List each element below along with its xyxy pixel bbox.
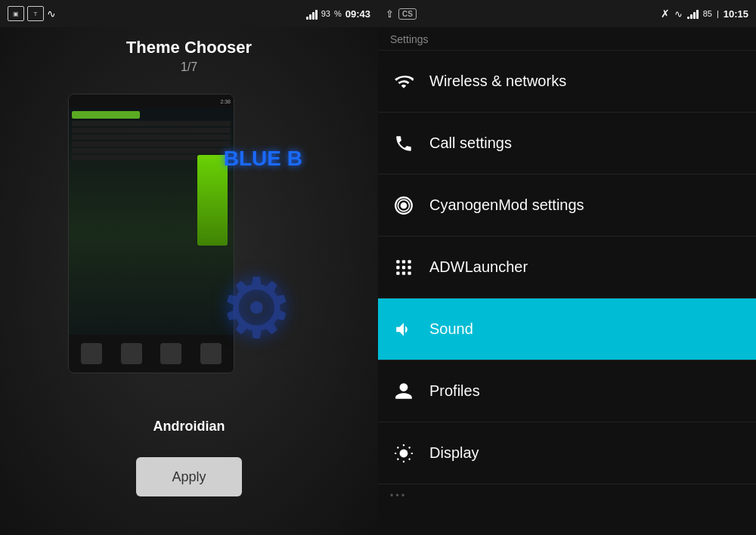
svg-point-12 [400,449,408,457]
adw-icon [390,254,417,281]
call-label: Call settings [429,135,512,152]
battery-indicator-right: 85 [703,9,712,18]
bar-r-3 [693,12,696,19]
left-panel: ▣ T ∿ 93 % 09:43 Theme Chooser 1/7 [0,0,378,535]
icon-box-2: T [27,6,44,21]
phone-bottom-bar [69,335,234,373]
bluetooth-icon: ✗ [661,8,670,20]
phone-list-header [72,111,140,119]
theme-preview-area: 2:38 [45,86,333,404]
os-badge: CS [398,8,417,20]
signal-bars [306,8,318,20]
apply-button[interactable]: Apply [136,457,242,496]
phone-item-4 [72,141,231,147]
wifi-icon-left: ∿ [47,8,56,20]
settings-item-cyanogen[interactable]: CyanogenMod settings [378,175,756,237]
time-right: 10:15 [723,8,748,20]
phone-item-2 [72,128,231,133]
svg-rect-9 [396,271,399,274]
bar-2 [309,14,311,20]
app-icon-2 [121,343,142,364]
bar-4 [315,10,318,20]
svg-rect-7 [402,265,405,268]
svg-rect-4 [402,260,405,263]
sound-label: Sound [429,320,473,338]
more-items-indicator: • • • [378,484,756,507]
phone-list-area [69,108,234,162]
theme-name: Androidian [153,419,225,434]
app-icon-3 [160,343,181,364]
cyanogen-icon [390,192,417,219]
app-icon-4 [200,343,222,364]
svg-rect-11 [407,271,411,274]
settings-item-wireless[interactable]: Wireless & networks [378,51,756,113]
adw-label: ADWLauncher [429,258,528,276]
wireless-label: Wireless & networks [429,73,566,90]
blue-b-text: BLUE B [224,147,302,171]
svg-point-1 [401,202,407,209]
upload-icon: ⇧ [386,8,394,20]
right-status-bar: ⇧ CS ✗ ∿ 85 | 10:15 [378,0,756,27]
battery-indicator-left: 93 [321,9,330,18]
left-status-icons: ▣ T ∿ [8,6,56,21]
settings-item-call[interactable]: Call settings [378,113,756,175]
svg-rect-6 [396,265,399,268]
display-label: Display [429,444,479,462]
status-right-icons: ✗ ∿ 85 | 10:15 [661,8,748,20]
settings-item-sound[interactable]: Sound [378,298,756,360]
bar-r-2 [690,14,692,19]
status-left-icons: ⇧ CS [386,8,417,20]
sound-icon [390,316,417,343]
signal-bars-right [687,8,699,19]
battery-percent-right: | [717,9,719,18]
phone-item-5 [72,148,231,153]
app-icon-1 [81,343,102,364]
settings-header: Settings [378,27,756,51]
svg-rect-10 [402,271,405,274]
theme-screenshot: 2:38 [68,94,234,373]
svg-rect-5 [407,260,411,263]
settings-item-profiles[interactable]: Profiles [378,360,756,422]
box-icon-2: T [34,11,38,17]
icon-box-1: ▣ [8,6,24,21]
theme-counter: 1/7 [181,60,197,74]
settings-item-adw[interactable]: ADWLauncher [378,237,756,298]
wifi-icon-right: ∿ [674,8,683,20]
wireless-icon [390,68,417,95]
right-status-left: 93 % 09:43 [306,8,370,20]
phone-statusbar: 2:38 [69,94,234,108]
phone-item-3 [72,135,231,140]
cyanogen-label: CyanogenMod settings [429,196,584,214]
settings-list: Wireless & networks Call settings Cyanog… [378,51,756,535]
right-panel: ⇧ CS ✗ ∿ 85 | 10:15 Settings [378,0,756,535]
phone-time: 2:38 [220,99,231,104]
settings-item-display[interactable]: Display [378,422,756,484]
time-left: 09:43 [345,8,370,20]
bar-1 [306,17,308,20]
svg-rect-8 [407,265,411,268]
profiles-icon [390,378,417,405]
display-icon [390,440,417,467]
left-status-bar: ▣ T ∿ 93 % 09:43 [0,0,378,27]
theme-chooser-title: Theme Chooser [126,38,252,57]
bar-r-4 [696,10,699,19]
phone-item-1 [72,121,231,126]
box-icon-1: ▣ [13,11,19,17]
phone-screen: 2:38 [69,94,234,373]
battery-icon-left: % [334,9,342,18]
bar-r-1 [687,17,689,19]
svg-rect-3 [396,260,399,263]
call-icon [390,130,417,157]
profiles-label: Profiles [429,382,480,400]
blue-gear-icon: ⚙ [219,260,318,358]
bar-3 [312,12,314,20]
